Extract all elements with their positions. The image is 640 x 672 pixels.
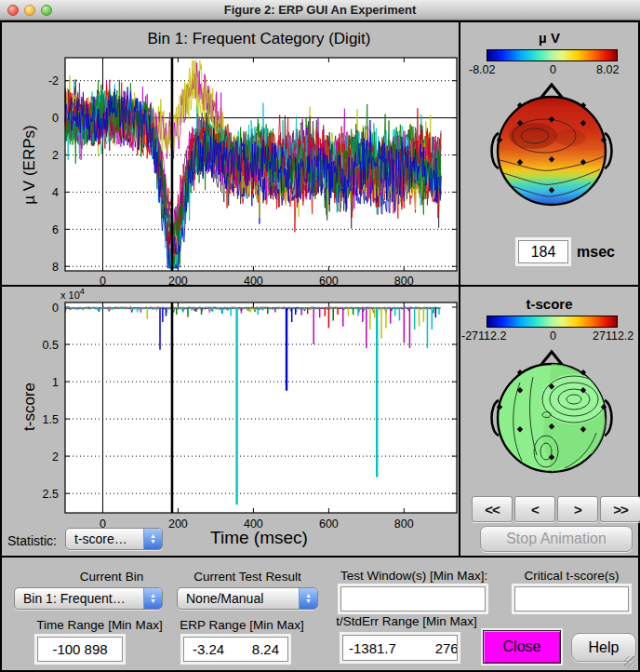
- nav-prev-label: <: [531, 502, 539, 517]
- svg-text:200: 200: [168, 275, 188, 285]
- uv-topo-map: [487, 78, 617, 218]
- erp-butterfly-plot[interactable]: -2024680200400600800: [2, 22, 460, 285]
- nav-last-label: >>: [613, 502, 628, 517]
- app-window: Figure 2: ERP GUI An Experiment Bin 1: F…: [0, 0, 640, 672]
- svg-text:400: 400: [244, 275, 263, 285]
- time-xlabel: Time (msec): [63, 528, 455, 548]
- help-button-label: Help: [589, 639, 620, 656]
- window-titlebar: Figure 2: ERP GUI An Experiment: [0, 0, 640, 20]
- svg-text:4: 4: [52, 186, 59, 199]
- nav-last-button[interactable]: >>: [600, 496, 640, 522]
- tscore-colorbar: [487, 316, 618, 328]
- svg-text:8: 8: [52, 261, 59, 274]
- erp-range-min: -3.24: [193, 641, 224, 657]
- current-test-value: None/Manual: [178, 591, 299, 606]
- svg-text:0: 0: [100, 275, 106, 285]
- msec-unit-label: msec: [577, 244, 615, 261]
- current-bin-value: Bin 1: Frequent…: [15, 591, 143, 606]
- tstderr-range-field[interactable]: -1381.7 2768: [342, 635, 458, 661]
- stop-animation-button[interactable]: Stop Animation: [480, 526, 633, 552]
- cursor-msec-value: 184: [531, 244, 556, 261]
- erp-range-field[interactable]: -3.24 8.24: [183, 637, 288, 662]
- svg-text:0: 0: [52, 112, 59, 125]
- nav-next-button[interactable]: >: [557, 496, 598, 522]
- close-button[interactable]: Close: [483, 630, 561, 664]
- time-range-label: Time Range [Min Max]: [25, 618, 174, 632]
- statistic-label: Statistic:: [7, 533, 57, 548]
- current-bin-popup[interactable]: Bin 1: Frequent… ▲▼: [14, 587, 163, 610]
- test-window-field[interactable]: [340, 586, 486, 612]
- nav-first-label: <<: [485, 502, 500, 517]
- svg-text:1.5: 1.5: [43, 413, 59, 426]
- svg-text:2.5: 2.5: [43, 488, 59, 501]
- tscore-colorbar-title: t-score: [460, 296, 638, 312]
- critical-t-field[interactable]: [514, 586, 629, 612]
- current-test-popup[interactable]: None/Manual ▲▼: [177, 587, 318, 610]
- uv-cbar-zero: 0: [550, 63, 556, 76]
- resize-grip[interactable]: [624, 656, 636, 668]
- t-cbar-max: 27112.2: [593, 329, 633, 343]
- nav-prev-button[interactable]: <: [514, 496, 555, 522]
- horizontal-divider-bottom: [2, 556, 638, 558]
- uv-colorbar: [487, 49, 618, 61]
- nav-next-label: >: [574, 502, 581, 517]
- erp-range-label: ERP Range [Min Max]: [167, 618, 316, 632]
- svg-text:1: 1: [52, 376, 59, 389]
- close-button-label: Close: [503, 638, 541, 655]
- uv-colorbar-title: µ V: [460, 30, 638, 46]
- tstderr-range-label: t/StdErr Range [Min Max]: [323, 614, 490, 628]
- test-window-label: Test Window(s) [Min Max]:: [340, 569, 527, 583]
- time-range-value: -100 898: [52, 641, 107, 657]
- svg-text:2: 2: [52, 149, 59, 162]
- stop-animation-label: Stop Animation: [506, 531, 607, 547]
- svg-text:6: 6: [52, 223, 59, 236]
- svg-text:800: 800: [394, 275, 414, 285]
- svg-text:-2: -2: [48, 74, 59, 87]
- svg-text:600: 600: [319, 275, 339, 285]
- tscore-topo-map: [487, 345, 617, 485]
- window-title: Figure 2: ERP GUI An Experiment: [0, 3, 640, 17]
- popup-arrows-icon: ▲▼: [299, 588, 317, 609]
- svg-text:2: 2: [52, 450, 59, 464]
- nav-first-button[interactable]: <<: [472, 496, 513, 522]
- tscore-plot[interactable]: 00.511.522.50200400600800: [2, 287, 460, 556]
- cursor-msec-field[interactable]: 184: [518, 240, 568, 263]
- tstderr-range-max: 2768: [435, 640, 458, 656]
- time-range-field[interactable]: -100 898: [37, 637, 123, 662]
- popup-arrows-icon: ▲▼: [143, 588, 162, 609]
- uv-cbar-max: 8.02: [596, 63, 619, 76]
- current-bin-label: Current Bin: [39, 570, 184, 584]
- current-test-label: Current Test Result: [177, 570, 318, 584]
- uv-cbar-min: -8.02: [469, 63, 496, 76]
- figure-content: Bin 1: Frequent Category (Digit) µ V (ER…: [0, 20, 640, 672]
- svg-text:0: 0: [52, 302, 59, 315]
- tstderr-range-min: -1381.7: [349, 640, 396, 656]
- critical-t-label: Critical t-score(s): [509, 569, 634, 583]
- t-cbar-min: -27112.2: [461, 329, 506, 343]
- svg-text:0.5: 0.5: [43, 339, 59, 352]
- erp-range-max: 8.24: [252, 641, 279, 657]
- t-cbar-zero: 0: [550, 329, 556, 343]
